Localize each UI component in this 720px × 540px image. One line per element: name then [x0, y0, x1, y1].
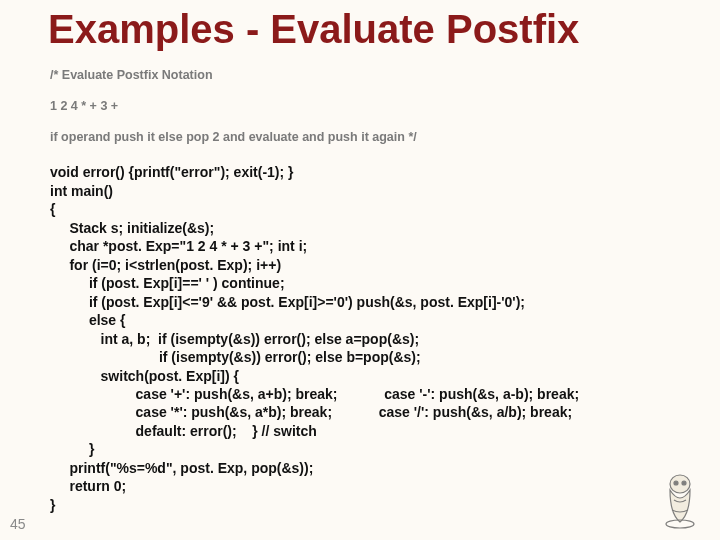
slide-title: Examples - Evaluate Postfix — [48, 8, 690, 50]
code-line: case '+': push(&s, a+b); break; case '-'… — [50, 386, 579, 402]
code-line: int a, b; if (isempty(&s)) error(); else… — [50, 331, 419, 347]
code-line: for (i=0; i<strlen(post. Exp); i++) — [50, 257, 281, 273]
svg-point-0 — [670, 475, 690, 493]
svg-point-2 — [682, 481, 686, 485]
comment-block: /* Evaluate Postfix Notation 1 2 4 * + 3… — [50, 52, 690, 161]
slide: Examples - Evaluate Postfix /* Evaluate … — [0, 0, 720, 540]
code-line: return 0; — [50, 478, 126, 494]
svg-point-1 — [674, 481, 678, 485]
code-line: } — [50, 497, 55, 513]
page-number: 45 — [10, 516, 26, 532]
comment-line: 1 2 4 * + 3 + — [50, 99, 690, 115]
code-line: printf("%s=%d", post. Exp, pop(&s)); — [50, 460, 313, 476]
code-line: switch(post. Exp[i]) { — [50, 368, 239, 384]
code-line: case '*': push(&s, a*b); break; case '/'… — [50, 404, 572, 420]
code-line: { — [50, 201, 55, 217]
code-line: int main() — [50, 183, 113, 199]
code-line: void error() {printf("error"); exit(-1);… — [50, 164, 294, 180]
code-line: if (post. Exp[i]==' ' ) continue; — [50, 275, 285, 291]
code-line: Stack s; initialize(&s); — [50, 220, 214, 236]
code-line: default: error(); } // switch — [50, 423, 317, 439]
logo-icon — [656, 470, 704, 530]
code-block: void error() {printf("error"); exit(-1);… — [50, 163, 690, 514]
code-line: char *post. Exp="1 2 4 * + 3 +"; int i; — [50, 238, 307, 254]
code-line: } — [50, 441, 94, 457]
code-line: if (post. Exp[i]<='9' && post. Exp[i]>='… — [50, 294, 525, 310]
code-line: if (isempty(&s)) error(); else b=pop(&s)… — [50, 349, 421, 365]
comment-line: /* Evaluate Postfix Notation — [50, 68, 690, 84]
code-line: else { — [50, 312, 125, 328]
comment-line: if operand push it else pop 2 and evalua… — [50, 130, 690, 146]
